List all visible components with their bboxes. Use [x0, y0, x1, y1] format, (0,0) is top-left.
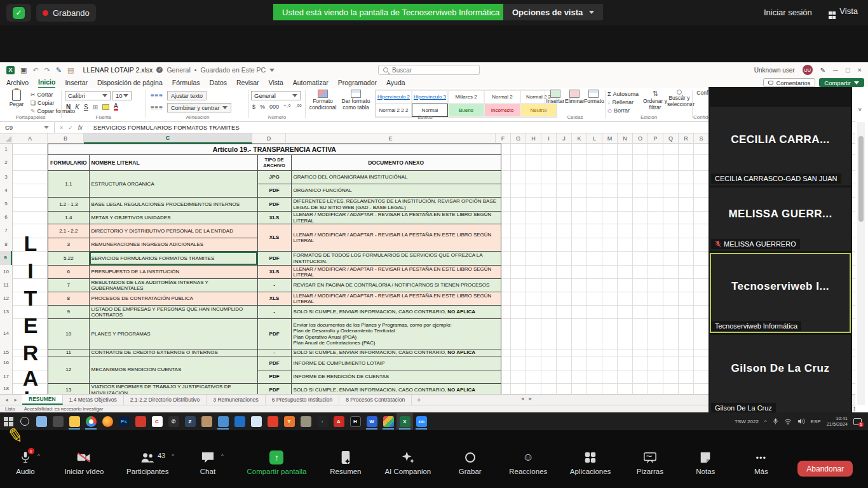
notification-center-icon[interactable]: 1 — [853, 418, 862, 425]
tab-disposicion[interactable]: Disposición de página — [97, 78, 163, 88]
audio-options-chevron[interactable]: ^ — [37, 453, 40, 459]
hidden-icons-chevron[interactable]: ^ — [764, 419, 767, 424]
row-7[interactable]: 7 — [0, 224, 12, 238]
row-17[interactable]: 17 — [0, 370, 12, 383]
row-3[interactable]: 3 — [0, 170, 12, 184]
bold-button[interactable]: N — [66, 104, 71, 111]
autosum-button[interactable]: ΣAutosuma — [607, 90, 639, 97]
notes-app-icon[interactable] — [215, 413, 231, 430]
excel-taskbar-icon[interactable]: X — [397, 413, 413, 430]
increase-decimal-button[interactable]: ⁺·⁰ — [283, 104, 290, 110]
steam-app-icon[interactable] — [248, 413, 264, 430]
insert-cells-button[interactable]: Insertar — [546, 90, 565, 104]
summary-button[interactable]: Resumen — [329, 451, 362, 475]
tab-programador[interactable]: Programador — [338, 78, 377, 88]
row-6[interactable]: 6 — [0, 211, 12, 224]
sheet-tab-presupuesto[interactable]: 6 Presupuesto Institucion — [266, 395, 339, 405]
start-video-button[interactable]: Iniciar vídeo — [64, 451, 104, 475]
audio-app-icon[interactable]: H — [347, 413, 363, 430]
col-R[interactable]: R — [679, 133, 694, 144]
col-I[interactable]: I — [541, 133, 557, 144]
tab-automatizar[interactable]: Automatizar — [293, 78, 329, 88]
network-icon[interactable] — [784, 418, 792, 424]
col-J[interactable]: J — [557, 133, 572, 144]
people-app-icon[interactable] — [33, 413, 50, 430]
participants-button[interactable]: 43 ^ Participantes — [126, 451, 168, 475]
table-row[interactable]: 1.2 - 1.3 BASE LEGAL REGULACIONES PROCED… — [48, 198, 501, 212]
view-button[interactable]: Vista — [829, 6, 858, 19]
tab-inicio[interactable]: Inicio — [38, 78, 55, 88]
table-row[interactable]: 1.4 METAS Y OBJETIVOS UNIDADES XLS LLENA… — [48, 212, 501, 224]
row-4[interactable]: 4 — [0, 184, 12, 197]
dev-app-icon[interactable]: › — [314, 413, 330, 430]
row-13[interactable]: 13 — [0, 305, 12, 318]
acrobat-icon[interactable]: A — [330, 413, 347, 430]
tray-app-label[interactable]: TSW 2022 — [735, 419, 759, 424]
undo-icon[interactable]: ↶ — [32, 66, 38, 74]
row-1[interactable]: 1 — [0, 144, 12, 154]
align-left-icon[interactable]: ≡ ≡ ≡ — [151, 104, 162, 111]
tab-formulas[interactable]: Fórmulas — [172, 78, 200, 88]
security-pill[interactable]: ✓ — [6, 4, 31, 22]
row-12[interactable]: 12 — [0, 292, 12, 305]
header-nombre[interactable]: NOMBRE LITERAL — [89, 155, 257, 171]
col-S[interactable]: S — [694, 133, 709, 144]
row-15[interactable]: 15 — [0, 349, 12, 356]
tab-vista[interactable]: Vista — [269, 78, 283, 88]
whiteboards-button[interactable]: Pizarras — [634, 451, 667, 475]
clock[interactable]: 10:4121/5/2024 — [827, 416, 848, 428]
chevron-down-icon[interactable]: v — [858, 106, 862, 112]
office-t-app-icon[interactable]: T — [281, 413, 297, 430]
comodo-icon[interactable]: C — [149, 413, 165, 430]
table-row[interactable]: 12 MECANISMOS RENDICION CUENTAS PDF INFO… — [48, 356, 501, 370]
pen-icon[interactable]: ✎ — [56, 66, 62, 74]
merge-center-button[interactable]: Combinar y centrar — [167, 103, 231, 112]
clipboard-icon[interactable]: ▤ — [67, 66, 74, 74]
pen-icon[interactable]: ✎ — [820, 67, 825, 74]
firefox-icon[interactable] — [99, 413, 116, 430]
dark-app-icon[interactable] — [50, 413, 66, 430]
photos-app-icon[interactable] — [231, 413, 248, 430]
table-row[interactable]: 8 PROCESOS DE CONTRATACIÓN PUBLICA XLS L… — [48, 292, 501, 306]
chat-options-chevron[interactable]: ^ — [221, 453, 224, 459]
enter-icon[interactable]: ✓ — [68, 125, 73, 131]
col-Q[interactable]: Q — [663, 133, 679, 144]
sheet-tab-procesos[interactable]: 8 Procesos Contratacion — [339, 395, 412, 405]
style-hipervinculo2[interactable]: Hipervínculo 2 — [376, 90, 412, 104]
minimize-button[interactable]: ─ — [833, 66, 838, 74]
number-format-select[interactable]: General — [251, 91, 301, 100]
box-app-icon[interactable] — [297, 413, 314, 430]
tab-ayuda[interactable]: Ayuda — [386, 78, 405, 88]
name-box[interactable]: C9 — [0, 122, 55, 133]
redo-icon[interactable]: ↷ — [44, 66, 50, 74]
phone-app-icon[interactable]: ✆ — [165, 413, 182, 430]
tsw-app-icon[interactable] — [380, 413, 397, 430]
sort-filter-button[interactable]: ⇅Ordenar y filtrar — [643, 90, 667, 111]
font-color-button[interactable]: A — [114, 103, 118, 111]
comments-button[interactable]: Comentarios — [763, 78, 815, 87]
table-row[interactable]: 2.1 - 2.2 DIRECTORIO Y DISTRIBUTIVO PERS… — [48, 224, 501, 238]
reactions-button[interactable]: ☺ Reacciones — [509, 451, 547, 475]
underline-button[interactable]: S — [84, 104, 88, 111]
share-screen-button[interactable]: ↑ Compartir pantalla — [247, 451, 306, 475]
border-button[interactable]: ⊞ — [93, 104, 98, 111]
scroll-right-icon[interactable]: ▸ — [529, 395, 532, 402]
currency-button[interactable]: $ — [252, 104, 255, 110]
zip-app-icon[interactable]: Z — [182, 413, 198, 430]
font-name-select[interactable]: Calibri — [65, 91, 111, 100]
style-normal2[interactable]: Normal 2 — [484, 90, 520, 104]
find-select-button[interactable]: Buscar y seleccionar — [667, 90, 691, 107]
fx-icon[interactable]: fx — [78, 125, 83, 131]
conditional-format-button[interactable]: Formato condicional — [306, 90, 339, 111]
decrease-decimal-button[interactable]: ·⁰⁰ — [295, 104, 301, 110]
tab-revisar[interactable]: Revisar — [236, 78, 259, 88]
sign-in-button[interactable]: Iniciar sesión — [764, 8, 812, 17]
audio-button[interactable]: ! ^ Audio — [9, 451, 42, 475]
header-documento[interactable]: DOCUMENTO ANEXO — [291, 155, 501, 171]
row-16[interactable]: 16 — [0, 356, 12, 370]
sheet-tab-resumen[interactable]: RESUMEN — [22, 395, 63, 405]
participant-tile[interactable]: CECILIA CARRA... CECILIA CARRASCO-GAD SA… — [710, 107, 851, 186]
she et-tab-metas[interactable]: 1.4 Metas Objetivos — [63, 395, 124, 405]
speaker-icon[interactable] — [797, 418, 805, 424]
align-top-icon[interactable]: ≡ ≡ ≡ — [151, 92, 162, 99]
